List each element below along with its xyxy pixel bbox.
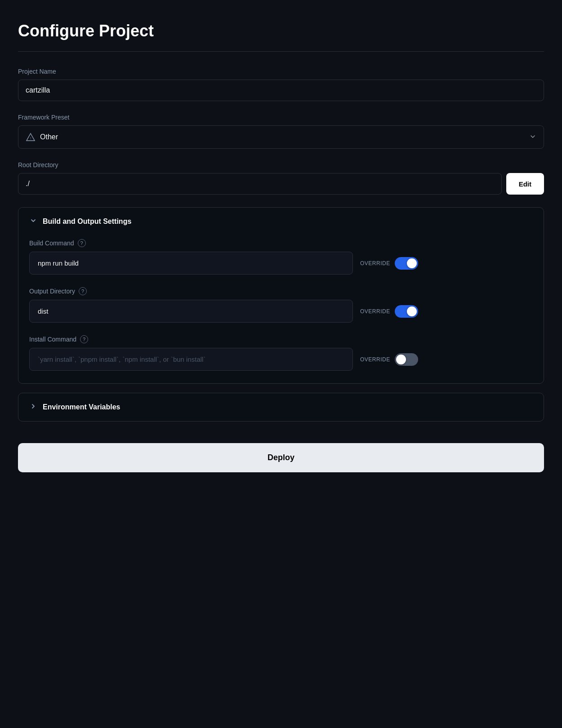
edit-root-directory-button[interactable]: Edit (506, 173, 544, 195)
expand-right-icon (29, 402, 37, 412)
build-output-settings-title: Build and Output Settings (43, 218, 131, 226)
root-dir-row: Edit (18, 173, 544, 195)
output-directory-label-row: Output Directory ? (29, 287, 533, 295)
env-variables-header[interactable]: Environment Variables (18, 393, 544, 421)
build-output-settings-body: Build Command ? OVERRIDE Output Dir (18, 235, 544, 383)
framework-preset-section: Framework Preset ! Other (18, 114, 544, 149)
output-directory-override-group: OVERRIDE (360, 305, 418, 318)
framework-select-wrapper: ! Other (18, 125, 544, 149)
install-command-label: Install Command (29, 336, 76, 343)
build-command-toggle-thumb (407, 258, 417, 268)
root-directory-input[interactable] (18, 173, 502, 195)
output-directory-toggle-thumb (407, 306, 417, 316)
install-command-toggle-thumb (396, 355, 406, 364)
output-directory-toggle[interactable] (395, 305, 418, 318)
output-directory-label: Output Directory (29, 288, 75, 295)
output-directory-row: Output Directory ? OVERRIDE (29, 287, 533, 323)
question-mark-icon-3: ? (83, 337, 85, 342)
build-output-settings-header[interactable]: Build and Output Settings (18, 208, 544, 235)
collapse-down-icon (29, 217, 37, 226)
framework-preset-select[interactable]: ! Other (18, 125, 544, 149)
build-command-override-label: OVERRIDE (360, 260, 390, 266)
root-directory-label: Root Directory (18, 161, 544, 169)
deploy-button[interactable]: Deploy (18, 443, 544, 472)
question-mark-icon-2: ? (81, 289, 84, 294)
build-command-row: Build Command ? OVERRIDE (29, 239, 533, 275)
build-command-toggle[interactable] (395, 257, 418, 270)
install-command-override-label: OVERRIDE (360, 356, 390, 363)
install-command-row: Install Command ? OVERRIDE (29, 335, 533, 371)
output-directory-override-label: OVERRIDE (360, 308, 390, 315)
output-directory-input-row: OVERRIDE (29, 300, 533, 323)
framework-icon: ! (26, 132, 36, 142)
page-title: Configure Project (18, 22, 544, 40)
build-command-help-icon[interactable]: ? (78, 239, 86, 247)
title-divider (18, 51, 544, 52)
project-name-input[interactable] (18, 80, 544, 101)
env-variables-section: Environment Variables (18, 393, 544, 422)
framework-preset-label: Framework Preset (18, 114, 544, 121)
build-command-override-group: OVERRIDE (360, 257, 418, 270)
chevron-down-icon (529, 133, 536, 142)
install-command-toggle[interactable] (395, 353, 418, 366)
build-command-input[interactable] (29, 252, 353, 275)
svg-text:!: ! (30, 136, 31, 140)
build-output-settings-section: Build and Output Settings Build Command … (18, 207, 544, 384)
install-command-input[interactable] (29, 348, 353, 371)
build-command-input-row: OVERRIDE (29, 252, 533, 275)
question-mark-icon: ? (80, 240, 83, 246)
env-variables-title: Environment Variables (43, 403, 120, 411)
build-command-label: Build Command (29, 240, 74, 247)
project-name-section: Project Name (18, 68, 544, 101)
project-name-label: Project Name (18, 68, 544, 75)
output-directory-input[interactable] (29, 300, 353, 323)
root-directory-section: Root Directory Edit (18, 161, 544, 195)
install-command-override-group: OVERRIDE (360, 353, 418, 366)
install-command-input-row: OVERRIDE (29, 348, 533, 371)
framework-select-left: ! Other (26, 132, 58, 142)
install-command-help-icon[interactable]: ? (80, 335, 88, 343)
framework-value: Other (40, 133, 58, 141)
output-directory-help-icon[interactable]: ? (79, 287, 87, 295)
install-command-label-row: Install Command ? (29, 335, 533, 343)
build-command-label-row: Build Command ? (29, 239, 533, 247)
